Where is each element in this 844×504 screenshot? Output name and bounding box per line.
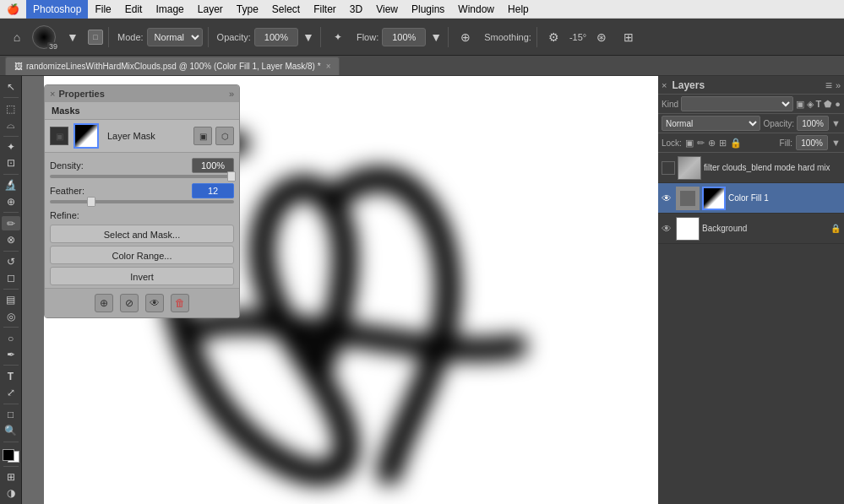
menu-plugins[interactable]: Plugins bbox=[405, 0, 451, 19]
properties-close-button[interactable]: × bbox=[50, 89, 55, 99]
delete-mask-button[interactable]: 🗑 bbox=[171, 294, 189, 312]
opacity-label: Opacity: bbox=[763, 119, 794, 128]
symmetry-button[interactable]: ⊛ bbox=[590, 25, 613, 49]
pen-tool[interactable]: ✒ bbox=[2, 347, 20, 361]
menu-layer[interactable]: Layer bbox=[191, 0, 230, 19]
opacity-chevron-icon[interactable]: ▼ bbox=[831, 118, 841, 128]
quick-mask-button[interactable]: ◑ bbox=[2, 486, 20, 501]
eyedropper-tool[interactable]: 🔬 bbox=[2, 178, 20, 192]
density-slider[interactable] bbox=[50, 175, 234, 178]
healing-brush-tool[interactable]: ⊕ bbox=[2, 194, 20, 209]
brush-preset-button[interactable]: □ bbox=[88, 30, 103, 45]
filter-pixel-icon[interactable]: ▣ bbox=[796, 99, 804, 110]
layer-eye-icon[interactable]: 👁 bbox=[662, 192, 673, 204]
menu-image[interactable]: Image bbox=[149, 0, 190, 19]
airbrush-toggle[interactable]: ✦ bbox=[326, 25, 350, 49]
marquee-tool[interactable]: ⬚ bbox=[2, 101, 20, 116]
brush-size-control[interactable]: 39 bbox=[32, 25, 57, 49]
apply-mask-button[interactable]: 👁 bbox=[145, 294, 164, 312]
blend-mode-select[interactable]: Normal bbox=[662, 116, 760, 131]
tabbar: 🖼 randomizeLinesWithHardMixClouds.psd @ … bbox=[0, 56, 844, 76]
filter-smart-icon[interactable]: ● bbox=[835, 99, 841, 109]
feather-slider-thumb[interactable] bbox=[87, 197, 95, 207]
brush-options-button[interactable]: ▼ bbox=[61, 25, 84, 49]
lock-position-icon[interactable]: ⊕ bbox=[708, 138, 716, 149]
settings-button[interactable]: ⚙ bbox=[542, 25, 566, 49]
menu-window[interactable]: Window bbox=[451, 0, 501, 19]
layer-mask-thumbnail[interactable] bbox=[74, 123, 99, 149]
menu-photoshop[interactable]: Photoshop bbox=[26, 0, 88, 19]
filter-type-icon[interactable]: T bbox=[816, 99, 822, 109]
layer-eye-icon[interactable]: 👁 bbox=[662, 223, 673, 235]
menu-type[interactable]: Type bbox=[230, 0, 265, 19]
layer-row[interactable]: filter clouds_blend mode hard mix bbox=[658, 153, 844, 183]
mode-select[interactable]: Normal bbox=[147, 28, 203, 46]
menu-edit[interactable]: Edit bbox=[118, 0, 150, 19]
menu-help[interactable]: Help bbox=[501, 0, 536, 19]
clone-stamp-tool[interactable]: ⊗ bbox=[2, 232, 20, 247]
tab-close-button[interactable]: × bbox=[326, 62, 331, 71]
mask-type-icon: ▣ bbox=[50, 127, 68, 145]
lock-transparency-icon[interactable]: ▣ bbox=[685, 138, 694, 149]
shape-tool[interactable]: □ bbox=[2, 408, 20, 422]
blur-tool[interactable]: ◎ bbox=[2, 309, 20, 323]
opacity-input[interactable] bbox=[797, 116, 829, 131]
invert-button[interactable]: Invert bbox=[50, 267, 234, 285]
density-slider-thumb[interactable] bbox=[227, 171, 236, 182]
layers-panel-close-icon[interactable]: × bbox=[662, 80, 667, 90]
history-brush-tool[interactable]: ↺ bbox=[2, 254, 20, 268]
add-mask-button[interactable]: ⊕ bbox=[95, 294, 113, 312]
disable-mask-button[interactable]: ⊘ bbox=[120, 294, 139, 312]
color-swatches[interactable] bbox=[3, 449, 19, 463]
text-tool[interactable]: T bbox=[2, 369, 20, 383]
home-button[interactable]: ⌂ bbox=[5, 25, 29, 49]
menu-view[interactable]: View bbox=[369, 0, 405, 19]
fill-chevron-icon[interactable]: ▼ bbox=[831, 138, 841, 148]
magic-wand-tool[interactable]: ✦ bbox=[2, 139, 20, 154]
kind-select[interactable] bbox=[681, 96, 793, 111]
opacity-input[interactable] bbox=[254, 28, 298, 46]
foreground-color-swatch[interactable] bbox=[3, 449, 14, 461]
brush-tool[interactable]: ✏ bbox=[2, 216, 20, 230]
layers-panel-expand-icon[interactable]: » bbox=[836, 80, 841, 90]
layer-visibility-checkbox[interactable] bbox=[662, 161, 675, 175]
feather-slider[interactable] bbox=[50, 200, 234, 203]
vector-mask-button[interactable]: ⬡ bbox=[215, 127, 234, 145]
select-and-mask-button[interactable]: Select and Mask... bbox=[50, 225, 234, 243]
feather-input[interactable] bbox=[192, 183, 234, 198]
layer-row[interactable]: 👁 Background 🔒 bbox=[658, 214, 844, 244]
lock-all-icon[interactable]: 🔒 bbox=[730, 138, 742, 149]
color-range-button[interactable]: Color Range... bbox=[50, 246, 234, 264]
filter-adjust-icon[interactable]: ◈ bbox=[807, 99, 814, 110]
menu-file[interactable]: File bbox=[88, 0, 117, 19]
fill-input[interactable] bbox=[796, 135, 828, 150]
move-tool[interactable]: ↖ bbox=[2, 79, 20, 94]
crop-tool[interactable]: ⊡ bbox=[2, 156, 20, 171]
layer-row[interactable]: 👁 Color Fill 1 bbox=[658, 183, 844, 214]
flow-options-button[interactable]: ▼ bbox=[429, 25, 443, 49]
layer-mask-thumbnail[interactable] bbox=[702, 187, 726, 210]
screen-mode-button[interactable]: ⊞ bbox=[2, 469, 20, 484]
layers-panel-menu-icon[interactable]: ≡ bbox=[825, 79, 832, 92]
lock-artboard-icon[interactable]: ⊞ bbox=[719, 138, 727, 149]
flow-input[interactable] bbox=[382, 28, 426, 46]
dodge-tool[interactable]: ○ bbox=[2, 331, 20, 345]
zoom-tool[interactable]: 🔍 bbox=[2, 424, 20, 438]
lock-image-icon[interactable]: ✏ bbox=[697, 138, 705, 149]
menu-select[interactable]: Select bbox=[265, 0, 307, 19]
gradient-tool[interactable]: ▤ bbox=[2, 293, 20, 307]
layers-list: filter clouds_blend mode hard mix 👁 Colo… bbox=[658, 153, 844, 504]
opacity-options-button[interactable]: ▼ bbox=[302, 25, 315, 49]
document-tab[interactable]: 🖼 randomizeLinesWithHardMixClouds.psd @ … bbox=[5, 57, 340, 75]
filter-shape-icon[interactable]: ⬟ bbox=[824, 99, 832, 110]
stylus-pressure-button[interactable]: ⊕ bbox=[454, 25, 477, 49]
apple-menu[interactable]: 🍎 bbox=[0, 0, 26, 19]
menu-filter[interactable]: Filter bbox=[307, 0, 343, 19]
extra-button[interactable]: ⊞ bbox=[617, 25, 640, 49]
properties-collapse-button[interactable]: » bbox=[229, 89, 234, 99]
menu-3d[interactable]: 3D bbox=[343, 0, 369, 19]
lasso-tool[interactable]: ⌓ bbox=[2, 117, 20, 132]
pixel-mask-button[interactable]: ▣ bbox=[193, 127, 212, 145]
path-select-tool[interactable]: ⤢ bbox=[2, 386, 20, 400]
eraser-tool[interactable]: ◻ bbox=[2, 271, 20, 285]
